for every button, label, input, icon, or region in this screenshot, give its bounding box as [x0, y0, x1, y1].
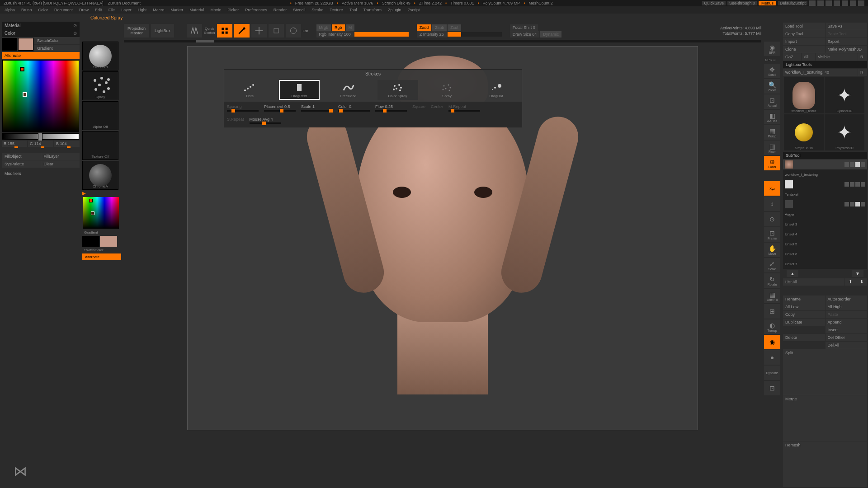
- menu-texture[interactable]: Texture: [327, 8, 346, 12]
- g-value[interactable]: G 114: [28, 141, 53, 147]
- tool-thumb-cylinder[interactable]: ✦Cylinder3D: [825, 77, 864, 113]
- rotate-button[interactable]: [286, 24, 301, 38]
- menu-marker[interactable]: Marker: [168, 8, 186, 12]
- scroll-button[interactable]: ✥Scroll: [764, 64, 780, 78]
- spix-value[interactable]: SPix 3: [764, 57, 781, 63]
- color-header[interactable]: Color⊘: [2, 29, 80, 37]
- goz-button[interactable]: GoZ: [783, 53, 801, 61]
- alllow-button[interactable]: All Low: [783, 303, 825, 310]
- zcut-button[interactable]: Zcut: [448, 24, 461, 31]
- bpr-button[interactable]: ◉BPR: [764, 42, 780, 56]
- zadd-button[interactable]: Zadd: [417, 24, 432, 31]
- menu-tool[interactable]: Tool: [347, 8, 360, 12]
- collapse-icon[interactable]: ⊘: [73, 31, 77, 36]
- swatch-secondary[interactable]: [2, 38, 17, 51]
- move-button[interactable]: [251, 24, 267, 38]
- draw-button[interactable]: [234, 24, 250, 38]
- subtool-header[interactable]: SubTool: [783, 152, 867, 159]
- stroke-colorspray[interactable]: Color Spray: [377, 80, 418, 100]
- projection-master-button[interactable]: Projection Master: [124, 24, 149, 38]
- subtool-row-2[interactable]: Tentakel: [783, 189, 867, 199]
- xyz-button[interactable]: Xyz: [764, 181, 780, 196]
- minimize-icon[interactable]: [842, 0, 848, 6]
- subtool-row-0[interactable]: [783, 160, 867, 169]
- gray-slider[interactable]: [2, 133, 79, 140]
- material-header[interactable]: Material⊘: [2, 22, 80, 29]
- solo-button[interactable]: ●: [764, 350, 780, 365]
- y-button[interactable]: ↕: [764, 197, 780, 211]
- menu-document[interactable]: Document: [52, 8, 75, 12]
- frame-button[interactable]: ⊡Frame: [764, 227, 780, 242]
- menu-zplugin[interactable]: Zplugin: [385, 8, 404, 12]
- menu-layer[interactable]: Layer: [118, 8, 134, 12]
- stroke-freehand[interactable]: FreeHand: [328, 80, 369, 100]
- subtool-row-3[interactable]: [783, 199, 867, 209]
- filllayer-button[interactable]: FillLayer: [41, 153, 80, 160]
- mrgb-button[interactable]: Mrgb: [316, 24, 331, 31]
- ghost-button[interactable]: ◉: [764, 335, 780, 349]
- delall-button[interactable]: Del All: [826, 342, 868, 349]
- zoom-button[interactable]: 🔍Zoom: [764, 79, 780, 94]
- color-slider[interactable]: [338, 110, 370, 112]
- menu-draw[interactable]: Draw: [76, 8, 91, 12]
- copy-button[interactable]: Copy: [783, 311, 825, 318]
- copytool-button[interactable]: Copy Tool: [783, 30, 825, 38]
- z-intensity-slider[interactable]: Z Intensity 25: [417, 31, 447, 38]
- remesh-button[interactable]: Remesh: [783, 441, 867, 487]
- maximize-icon[interactable]: [850, 0, 856, 6]
- titlebar-icon-1[interactable]: [809, 0, 816, 6]
- picker-marker-2[interactable]: [23, 92, 27, 97]
- m-button[interactable]: M: [346, 24, 355, 31]
- gradient-arrow-icon[interactable]: ▶: [82, 191, 86, 196]
- gray-handle[interactable]: [38, 133, 42, 141]
- subtool-down-button[interactable]: ▼: [852, 270, 863, 277]
- menu-zscript[interactable]: Zscript: [405, 8, 423, 12]
- export-button[interactable]: Export: [826, 38, 868, 45]
- titlebar-icon-4[interactable]: [834, 0, 840, 6]
- subtool-row-8[interactable]: Unset 6: [783, 249, 867, 259]
- titlebar-icon-3[interactable]: [826, 0, 832, 6]
- rgb-button[interactable]: Rgb: [332, 24, 345, 31]
- mini-switchcolor[interactable]: SwitchColor: [82, 248, 121, 253]
- tool-thumb-workflow[interactable]: workflow_I_textur: [784, 77, 824, 113]
- tool-thumb-polymesh[interactable]: ✦PolyMesh3D: [825, 114, 864, 150]
- menu-transform[interactable]: Transform: [360, 8, 384, 12]
- stroke-spray[interactable]: Spray: [427, 80, 467, 100]
- movedown-button[interactable]: ⬇: [856, 278, 867, 286]
- material-tile[interactable]: ChromeA: [82, 161, 118, 190]
- import-button[interactable]: Import: [783, 38, 825, 45]
- rename-button[interactable]: Rename: [783, 296, 825, 303]
- switchcolor-button[interactable]: SwitchColor: [34, 37, 80, 44]
- b-value[interactable]: B 104: [54, 141, 80, 147]
- makepoly-button[interactable]: Make PolyMesh3D: [826, 46, 868, 53]
- delete-button[interactable]: Delete: [783, 334, 825, 341]
- goz-all-button[interactable]: All: [802, 53, 815, 61]
- saveas-button[interactable]: Save As: [826, 23, 868, 30]
- menu-picker[interactable]: Picker: [225, 8, 241, 12]
- subtool-row-0b[interactable]: workflow_I_texturing: [783, 169, 867, 179]
- mini-color-picker[interactable]: [83, 197, 119, 229]
- delother-button[interactable]: Del Other: [826, 334, 868, 341]
- lightbox-tools-header[interactable]: Lightbox Tools: [783, 61, 867, 68]
- flow-slider[interactable]: [375, 110, 407, 112]
- stroke-dragrect[interactable]: DragRect: [279, 80, 320, 100]
- seethrough-slider[interactable]: See-through 0: [727, 1, 757, 5]
- pastetool-button[interactable]: Paste Tool: [826, 30, 868, 38]
- scale-nav-button[interactable]: ⤢Scale: [764, 258, 780, 272]
- menu-movie[interactable]: Movie: [208, 8, 224, 12]
- menus-button[interactable]: Menus: [759, 1, 776, 5]
- local-button[interactable]: ⊕Local: [764, 156, 780, 170]
- move-nav-button[interactable]: ✋Move: [764, 243, 780, 257]
- split-button[interactable]: Split: [783, 349, 867, 395]
- rgb-intensity-slider[interactable]: Rgb Intensity 100: [316, 31, 354, 38]
- menu-stroke[interactable]: Stroke: [309, 8, 326, 12]
- goz-r-button[interactable]: R: [858, 53, 867, 61]
- syspalette-button[interactable]: SysPalette: [2, 160, 41, 168]
- merge-button[interactable]: Merge: [783, 395, 867, 441]
- picker-marker-1[interactable]: [20, 67, 24, 71]
- dynamic-nav-button[interactable]: Dynamic: [764, 366, 780, 380]
- mini-marker-2[interactable]: [91, 211, 94, 215]
- persp-button[interactable]: ▦Persp: [764, 125, 780, 140]
- floor-button[interactable]: ▥Floor: [764, 141, 780, 155]
- paste-button[interactable]: Paste: [826, 311, 868, 318]
